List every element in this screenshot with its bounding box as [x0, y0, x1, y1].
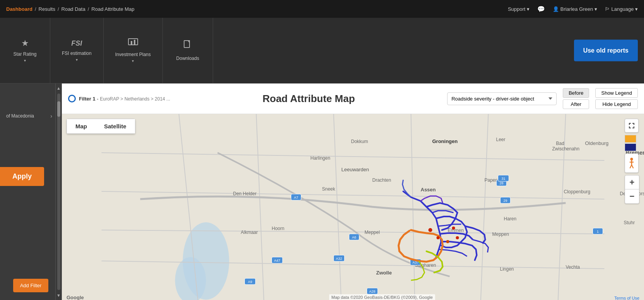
- svg-text:A7: A7: [294, 196, 298, 199]
- svg-rect-2: [134, 40, 135, 45]
- map-type-toggle: Map Satellite: [67, 119, 135, 134]
- use-old-reports-button[interactable]: Use old reports: [574, 39, 638, 61]
- svg-text:Alkmaar: Alkmaar: [241, 230, 258, 235]
- svg-point-70: [456, 236, 459, 239]
- main-content: Apply ▲ ▼ of Macedonia › Add Filter Filt…: [0, 84, 644, 300]
- breadcrumb-sep3: /: [88, 6, 89, 12]
- svg-point-67: [429, 228, 432, 232]
- show-legend-button[interactable]: Show Legend: [595, 88, 638, 98]
- breadcrumb-road-data[interactable]: Road Data: [61, 6, 85, 12]
- svg-point-69: [446, 240, 449, 243]
- before-button[interactable]: Before: [563, 88, 589, 98]
- zoom-out-button[interactable]: −: [625, 189, 639, 203]
- investment-icon: [128, 38, 138, 49]
- scroll-thumb: [57, 101, 60, 117]
- svg-text:Leer: Leer: [496, 137, 506, 142]
- svg-text:28: 28: [499, 181, 503, 185]
- filter-badge: Filter 1 - EuroRAP > Netherlands > 2014 …: [68, 95, 170, 102]
- svg-point-72: [630, 158, 633, 160]
- map-attribution: Map data ©2020 GeoBasis-DE/BKG (©2009), …: [329, 294, 435, 300]
- svg-text:Sneek: Sneek: [322, 186, 336, 192]
- nav-fsi-estimation[interactable]: FSI FSI estimation ▾: [50, 18, 104, 83]
- map-body[interactable]: Map Satellite: [62, 114, 644, 300]
- svg-point-68: [437, 236, 440, 239]
- street-view-button[interactable]: [625, 153, 639, 173]
- filter-label: Filter 1 - EuroRAP > Netherlands > 2014 …: [79, 96, 170, 102]
- breadcrumb-dashboard[interactable]: Dashboard: [6, 6, 32, 12]
- navy-swatch[interactable]: [625, 143, 636, 151]
- legend-controls: Show Legend Hide Legend: [595, 88, 638, 109]
- breadcrumb-road-attribute-map[interactable]: Road Attribute Map: [91, 6, 134, 12]
- investment-arrow: ▾: [132, 59, 134, 63]
- orange-swatch[interactable]: [625, 135, 636, 143]
- star-rating-arrow: ▾: [24, 58, 26, 63]
- svg-text:Zwischenahn: Zwischenahn: [552, 146, 580, 152]
- before-after-controls: Before After: [563, 88, 589, 109]
- svg-text:Dokkum: Dokkum: [351, 139, 368, 144]
- breadcrumb: Dashboard / Results / Road Data / Road A…: [6, 6, 135, 12]
- scroll-track: [57, 94, 60, 290]
- map-view-button[interactable]: Map: [67, 119, 96, 133]
- filter-circle: [68, 95, 76, 102]
- svg-text:1: 1: [597, 230, 599, 234]
- svg-rect-0: [128, 39, 138, 45]
- fsi-arrow: ▾: [76, 58, 78, 62]
- map-area: Filter 1 - EuroRAP > Netherlands > 2014 …: [62, 84, 644, 300]
- top-nav: Dashboard / Results / Road Data / Road A…: [0, 0, 644, 18]
- svg-text:Cloppenburg: Cloppenburg: [564, 189, 591, 194]
- svg-text:Emmen: Emmen: [448, 228, 464, 233]
- svg-text:A47: A47: [274, 259, 280, 262]
- zoom-in-button[interactable]: +: [625, 176, 639, 189]
- map-svg: Dokkum Groningen Leer Bad Zwischenahn Ol…: [62, 114, 644, 300]
- downloads-label: Downloads: [176, 56, 199, 61]
- svg-text:Meppel: Meppel: [365, 230, 380, 235]
- add-filter-button[interactable]: Add Filter: [13, 279, 49, 292]
- downloads-icon: [183, 40, 192, 53]
- svg-text:Lingen: Lingen: [500, 266, 514, 272]
- apply-button[interactable]: Apply: [0, 167, 44, 186]
- breadcrumb-sep1: /: [35, 6, 36, 12]
- apply-section: Apply: [0, 167, 44, 186]
- svg-text:Zwolle: Zwolle: [376, 270, 392, 276]
- satellite-view-button[interactable]: Satellite: [96, 119, 135, 133]
- user-menu[interactable]: 👤 Briarlea Green ▾: [553, 6, 597, 12]
- language-menu[interactable]: 🏳 Language ▾: [605, 6, 638, 12]
- support-menu[interactable]: Support ▾: [508, 6, 530, 12]
- svg-text:A6: A6: [352, 235, 356, 239]
- color-swatches: [625, 135, 639, 151]
- breadcrumb-results[interactable]: Results: [39, 6, 55, 12]
- investment-label: Investment Plans: [115, 52, 151, 57]
- svg-text:Groningen: Groningen: [432, 138, 458, 144]
- svg-text:Stuhr: Stuhr: [624, 220, 635, 225]
- terms-of-use[interactable]: Terms of Use: [614, 296, 639, 300]
- fsi-label: FSI estimation: [62, 51, 92, 56]
- after-button[interactable]: After: [563, 99, 589, 109]
- google-logo: Google: [67, 295, 84, 300]
- hide-legend-button[interactable]: Hide Legend: [595, 99, 638, 109]
- google-map-background: Dokkum Groningen Leer Bad Zwischenahn Ol…: [62, 114, 644, 300]
- nav-investment-plans[interactable]: Investment Plans ▾: [104, 18, 163, 83]
- second-nav: ★ Star Rating ▾ FSI FSI estimation ▾ Inv…: [0, 18, 644, 84]
- map-controls: + −: [625, 119, 639, 204]
- fullscreen-button[interactable]: [625, 119, 639, 133]
- svg-text:31: 31: [501, 177, 505, 181]
- attribute-dropdown[interactable]: Roadside severity - driver-side object R…: [447, 92, 557, 105]
- nav-star-rating[interactable]: ★ Star Rating ▾: [0, 18, 50, 83]
- star-rating-label: Star Rating: [13, 51, 36, 57]
- svg-text:Bad: Bad: [556, 141, 564, 146]
- svg-text:Haren: Haren: [504, 216, 517, 222]
- breadcrumb-sep2: /: [58, 6, 59, 12]
- svg-point-71: [452, 227, 455, 230]
- top-right-nav: Support ▾ 💬 👤 Briarlea Green ▾ 🏳 Languag…: [508, 5, 638, 13]
- sidebar: ▲ ▼ of Macedonia › Add Filter: [0, 84, 62, 300]
- map-header: Filter 1 - EuroRAP > Netherlands > 2014 …: [62, 84, 644, 114]
- map-title: Road Attribute Map: [176, 93, 441, 105]
- nav-downloads[interactable]: Downloads: [163, 18, 213, 83]
- svg-text:Drachten: Drachten: [372, 177, 391, 183]
- chat-icon[interactable]: 💬: [537, 5, 545, 13]
- svg-text:Harlingen: Harlingen: [311, 155, 330, 161]
- svg-line-76: [632, 165, 633, 168]
- svg-rect-1: [131, 41, 132, 45]
- person-figure-icon: [628, 157, 635, 169]
- sidebar-item-macedonia[interactable]: of Macedonia ›: [3, 110, 55, 122]
